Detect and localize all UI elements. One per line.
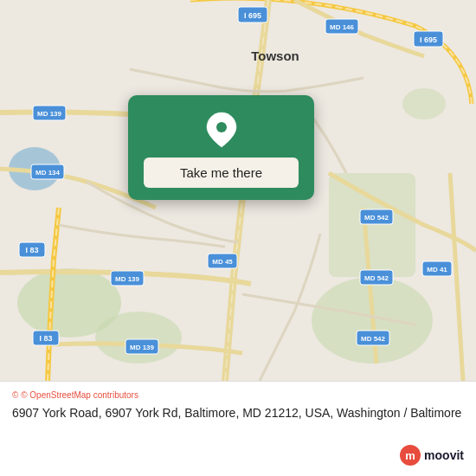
svg-rect-2 bbox=[329, 173, 415, 277]
moovit-label: moovit bbox=[424, 448, 464, 462]
moovit-logo: m moovit bbox=[400, 445, 464, 466]
copyright-symbol: © bbox=[12, 390, 18, 400]
svg-text:I 695: I 695 bbox=[420, 35, 437, 44]
map-container: I 695 I 695 MD 146 MD 139 MD 134 MD 139 … bbox=[0, 0, 476, 381]
popup-card: Take me there bbox=[128, 95, 314, 200]
address-text: 6907 York Road, 6907 York Rd, Baltimore,… bbox=[12, 405, 464, 471]
take-me-there-button[interactable]: Take me there bbox=[144, 158, 299, 188]
moovit-m-icon: m bbox=[400, 445, 421, 466]
attribution-text: © © OpenStreetMap contributors bbox=[12, 390, 464, 400]
svg-text:Towson: Towson bbox=[251, 48, 299, 63]
svg-text:I 695: I 695 bbox=[244, 11, 261, 20]
svg-text:MD 41: MD 41 bbox=[427, 266, 447, 273]
svg-text:MD 542: MD 542 bbox=[361, 335, 386, 343]
svg-text:MD 45: MD 45 bbox=[212, 258, 233, 266]
svg-text:I 83: I 83 bbox=[25, 246, 38, 254]
svg-text:MD 542: MD 542 bbox=[364, 214, 389, 222]
svg-point-35 bbox=[216, 122, 227, 132]
svg-point-5 bbox=[402, 88, 446, 119]
attribution-label: © OpenStreetMap contributors bbox=[21, 390, 138, 400]
svg-text:I 83: I 83 bbox=[39, 334, 52, 343]
svg-point-1 bbox=[95, 312, 182, 363]
location-pin-icon bbox=[203, 111, 241, 149]
svg-text:MD 139: MD 139 bbox=[130, 344, 155, 351]
svg-text:MD 139: MD 139 bbox=[37, 110, 62, 118]
bottom-bar: © © OpenStreetMap contributors 6907 York… bbox=[0, 381, 476, 476]
svg-text:MD 542: MD 542 bbox=[364, 274, 389, 282]
svg-text:MD 134: MD 134 bbox=[35, 169, 61, 177]
svg-text:MD 139: MD 139 bbox=[115, 275, 140, 283]
svg-text:MD 146: MD 146 bbox=[330, 23, 355, 31]
